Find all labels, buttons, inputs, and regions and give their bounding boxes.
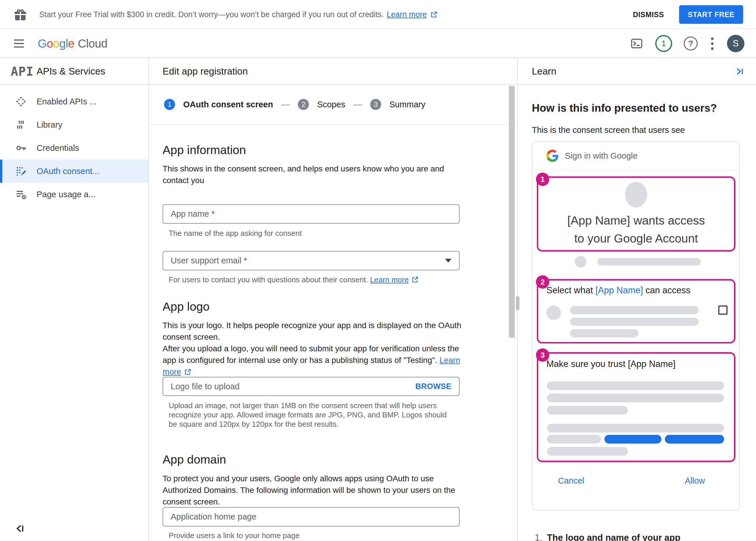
- free-trial-banner: Start your Free Trial with $300 in credi…: [0, 0, 756, 29]
- support-email-helper-text: For users to contact you with questions …: [169, 275, 368, 284]
- panel-resize-handle[interactable]: [516, 296, 519, 310]
- sidebar-item-page-usage[interactable]: Page usage a...: [0, 183, 148, 206]
- google-g-icon: [546, 150, 559, 162]
- external-link-icon: [430, 11, 438, 18]
- scope-line-placeholder: [570, 329, 638, 337]
- menu-icon[interactable]: [14, 38, 26, 49]
- user-support-email-select[interactable]: User support email *: [163, 251, 460, 270]
- header-actions: 1 ? S: [630, 29, 744, 58]
- notification-count: 1: [661, 39, 666, 48]
- logo-letter: e: [68, 37, 74, 50]
- app-name-field[interactable]: App name *: [163, 204, 460, 224]
- scope-checkbox[interactable]: [718, 305, 728, 315]
- notifications-badge[interactable]: 1: [655, 35, 672, 52]
- api-logo: API: [11, 64, 34, 79]
- logo-letter: g: [59, 37, 66, 50]
- app-logo-placeholder: [625, 182, 647, 208]
- support-email-learn-more-link[interactable]: Learn more: [370, 275, 409, 284]
- preview-step2-box: 2 Select what [App Name] can access: [537, 279, 735, 343]
- banner-text: Start your Free Trial with $300 in credi…: [39, 10, 384, 19]
- learn-subtitle: This is the consent screen that users se…: [532, 125, 685, 135]
- link-placeholder: [604, 435, 661, 443]
- app-name-helper: The name of the app asking for consent: [169, 229, 302, 238]
- sidebar-title: APIs & Services: [37, 58, 105, 85]
- sign-in-with-google-label: Sign in with Google: [565, 151, 638, 161]
- account-email-placeholder: [597, 258, 701, 266]
- main-panel-header: Edit app registration: [149, 58, 517, 85]
- more-options-icon[interactable]: [709, 36, 715, 52]
- sidebar-item-library[interactable]: Library: [0, 113, 148, 136]
- footnote-number: 1.: [535, 533, 542, 541]
- app-name-placeholder: App name: [171, 209, 209, 219]
- sidebar-item-oauth-consent[interactable]: OAuth consent...: [0, 160, 148, 183]
- app-information-heading: App information: [163, 143, 246, 157]
- page-title: Edit app registration: [163, 58, 248, 85]
- text-line-placeholder: [547, 406, 628, 414]
- key-icon: [15, 142, 27, 154]
- text-line-placeholder: [547, 394, 724, 402]
- scope-icon-placeholder: [546, 305, 561, 320]
- step-oauth-consent-screen[interactable]: OAuth consent screen: [183, 100, 273, 109]
- preview-step3-box: 3 Make sure you trust [App Name]: [537, 352, 735, 462]
- sidebar-item-enabled-apis[interactable]: Enabled APIs ...: [0, 90, 148, 113]
- banner-learn-more-link[interactable]: Learn more: [387, 10, 427, 19]
- cloud-shell-icon[interactable]: [630, 37, 644, 50]
- preview-step1-box: 1 [App Name] wants access to your Google…: [537, 176, 735, 252]
- content-area: API APIs & Services Enabled APIs ...: [0, 58, 756, 541]
- preview-allow-button[interactable]: Allow: [685, 476, 705, 486]
- text-line-placeholder: [547, 435, 601, 443]
- dismiss-button[interactable]: DISMISS: [633, 10, 664, 19]
- preview-cancel-button[interactable]: Cancel: [558, 476, 584, 486]
- text-line-placeholder: [547, 381, 724, 390]
- application-home-page-field[interactable]: Application home page: [163, 507, 460, 526]
- support-email-helper: For users to contact you with questions …: [169, 275, 419, 284]
- link-placeholder: [665, 435, 724, 443]
- scope-line-placeholder: [570, 306, 699, 314]
- sidebar-item-label: Credentials: [37, 143, 79, 153]
- required-asterisk: *: [211, 209, 215, 219]
- main-panel: Edit app registration 1 OAuth consent sc…: [149, 58, 517, 541]
- sidebar-item-label: OAuth consent...: [37, 167, 99, 176]
- collapse-learn-panel-icon[interactable]: [733, 66, 745, 77]
- page-usage-icon: [15, 189, 27, 200]
- app-information-description: This shows in the consent screen, and he…: [163, 163, 456, 186]
- step-summary[interactable]: Summary: [389, 100, 425, 109]
- sidebar-item-label: Enabled APIs ...: [37, 97, 96, 107]
- step-separator: —: [353, 100, 362, 109]
- start-free-button[interactable]: START FREE: [679, 5, 743, 24]
- browse-button[interactable]: BROWSE: [415, 382, 452, 391]
- enabled-apis-icon: [15, 96, 27, 107]
- help-icon[interactable]: ?: [684, 37, 698, 51]
- logo-upload-field[interactable]: Logo file to upload BROWSE: [163, 377, 460, 396]
- avatar[interactable]: S: [727, 35, 744, 52]
- sidebar-header: API APIs & Services: [0, 58, 148, 85]
- home-page-placeholder: Application home page: [171, 512, 256, 522]
- scope-line-placeholder: [570, 318, 699, 326]
- sidebar-item-label: Page usage a...: [37, 190, 96, 199]
- logo-letter: o: [47, 37, 53, 50]
- app-name-highlight: [App Name]: [595, 285, 643, 295]
- library-icon: [15, 119, 27, 131]
- wants-access-text: [App Name] wants access to your Google A…: [538, 212, 734, 248]
- logo-letter: l: [66, 37, 68, 50]
- external-link-icon: [411, 276, 419, 283]
- google-cloud-logo[interactable]: G o o g l e Cloud: [38, 29, 107, 58]
- learn-title: Learn: [532, 58, 556, 85]
- app-logo-description2-text: After you upload a logo, you will need t…: [163, 344, 459, 365]
- consent-preview-header: Sign in with Google: [532, 142, 739, 170]
- sidebar-item-credentials[interactable]: Credentials: [0, 136, 148, 160]
- text-line-placeholder: [547, 447, 628, 456]
- support-email-placeholder: User support email: [171, 256, 241, 266]
- collapse-sidebar-icon[interactable]: [13, 522, 26, 535]
- select-access-title: Select what [App Name] can access: [546, 285, 690, 295]
- oauth-consent-icon: [15, 165, 27, 177]
- step-number: 3: [370, 99, 381, 110]
- sidebar-item-label: Library: [37, 120, 62, 130]
- app-logo-description1: This is your logo. It helps people recog…: [163, 320, 466, 343]
- footnote-text: The logo and name of your app: [547, 533, 681, 541]
- gcp-console: Start your Free Trial with $300 in credi…: [0, 0, 756, 541]
- scrollbar-thumb[interactable]: [509, 86, 515, 338]
- sidebar: API APIs & Services Enabled APIs ...: [0, 58, 149, 541]
- banner-actions: DISMISS START FREE: [633, 0, 743, 29]
- step-scopes[interactable]: Scopes: [317, 100, 345, 109]
